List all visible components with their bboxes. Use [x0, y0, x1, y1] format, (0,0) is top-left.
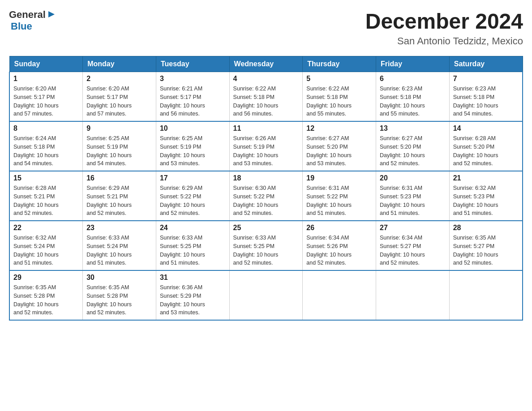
- week-row-1: 1 Sunrise: 6:20 AM Sunset: 5:17 PM Dayli…: [9, 72, 523, 122]
- day-number: 29: [13, 274, 79, 282]
- day-cell: 28 Sunrise: 6:35 AM Sunset: 5:27 PM Dayl…: [449, 221, 523, 270]
- header-friday: Friday: [376, 56, 450, 72]
- day-cell: 26 Sunrise: 6:34 AM Sunset: 5:26 PM Dayl…: [303, 221, 376, 270]
- day-number: 17: [160, 174, 226, 182]
- day-cell: 19 Sunrise: 6:31 AM Sunset: 5:22 PM Dayl…: [303, 171, 376, 221]
- day-cell: 3 Sunrise: 6:21 AM Sunset: 5:17 PM Dayli…: [156, 72, 229, 122]
- day-cell: 5 Sunrise: 6:22 AM Sunset: 5:18 PM Dayli…: [303, 72, 376, 122]
- calendar-header-row: SundayMondayTuesdayWednesdayThursdayFrid…: [9, 56, 523, 72]
- page-header: General Blue December 2024 San Antonio T…: [9, 9, 523, 47]
- day-cell: [376, 270, 450, 320]
- day-cell: 1 Sunrise: 6:20 AM Sunset: 5:17 PM Dayli…: [9, 72, 83, 122]
- day-info: Sunrise: 6:25 AM Sunset: 5:19 PM Dayligh…: [160, 134, 226, 168]
- day-cell: 21 Sunrise: 6:32 AM Sunset: 5:23 PM Dayl…: [449, 171, 523, 221]
- header-wednesday: Wednesday: [229, 56, 303, 72]
- day-info: Sunrise: 6:27 AM Sunset: 5:20 PM Dayligh…: [380, 134, 446, 168]
- day-cell: 31 Sunrise: 6:36 AM Sunset: 5:29 PM Dayl…: [156, 270, 229, 320]
- day-cell: 4 Sunrise: 6:22 AM Sunset: 5:18 PM Dayli…: [229, 72, 303, 122]
- header-sunday: Sunday: [9, 56, 83, 72]
- day-number: 27: [380, 224, 446, 232]
- week-row-5: 29 Sunrise: 6:35 AM Sunset: 5:28 PM Dayl…: [9, 270, 523, 320]
- logo-blue-text: Blue: [11, 21, 32, 32]
- day-number: 1: [13, 75, 79, 83]
- day-cell: 11 Sunrise: 6:26 AM Sunset: 5:19 PM Dayl…: [229, 121, 303, 171]
- week-row-4: 22 Sunrise: 6:32 AM Sunset: 5:24 PM Dayl…: [9, 221, 523, 270]
- calendar-title: December 2024: [365, 9, 523, 34]
- week-row-3: 15 Sunrise: 6:28 AM Sunset: 5:21 PM Dayl…: [9, 171, 523, 221]
- day-info: Sunrise: 6:20 AM Sunset: 5:17 PM Dayligh…: [86, 85, 152, 118]
- day-number: 7: [453, 75, 519, 83]
- day-info: Sunrise: 6:35 AM Sunset: 5:28 PM Dayligh…: [13, 283, 79, 317]
- day-number: 11: [233, 124, 299, 133]
- day-info: Sunrise: 6:28 AM Sunset: 5:21 PM Dayligh…: [13, 184, 79, 218]
- day-cell: 23 Sunrise: 6:33 AM Sunset: 5:24 PM Dayl…: [83, 221, 156, 270]
- day-number: 5: [306, 75, 372, 83]
- day-number: 13: [380, 124, 446, 133]
- day-cell: 20 Sunrise: 6:31 AM Sunset: 5:23 PM Dayl…: [376, 171, 450, 221]
- calendar-table: SundayMondayTuesdayWednesdayThursdayFrid…: [9, 56, 523, 321]
- day-info: Sunrise: 6:35 AM Sunset: 5:28 PM Dayligh…: [86, 283, 152, 317]
- day-info: Sunrise: 6:25 AM Sunset: 5:19 PM Dayligh…: [86, 134, 152, 168]
- day-info: Sunrise: 6:33 AM Sunset: 5:25 PM Dayligh…: [233, 234, 299, 267]
- day-cell: 7 Sunrise: 6:23 AM Sunset: 5:18 PM Dayli…: [449, 72, 523, 122]
- svg-marker-0: [48, 11, 55, 17]
- logo-arrow-icon: [47, 9, 56, 19]
- day-number: 6: [380, 75, 446, 83]
- day-cell: 8 Sunrise: 6:24 AM Sunset: 5:18 PM Dayli…: [9, 121, 83, 171]
- day-info: Sunrise: 6:21 AM Sunset: 5:17 PM Dayligh…: [160, 85, 226, 118]
- day-info: Sunrise: 6:35 AM Sunset: 5:27 PM Dayligh…: [453, 234, 519, 267]
- day-number: 23: [86, 224, 152, 232]
- day-number: 28: [453, 224, 519, 232]
- day-info: Sunrise: 6:29 AM Sunset: 5:21 PM Dayligh…: [86, 184, 152, 218]
- day-info: Sunrise: 6:24 AM Sunset: 5:18 PM Dayligh…: [13, 134, 79, 168]
- day-number: 24: [160, 224, 226, 232]
- header-tuesday: Tuesday: [156, 56, 229, 72]
- day-number: 10: [160, 124, 226, 133]
- day-info: Sunrise: 6:28 AM Sunset: 5:20 PM Dayligh…: [453, 134, 519, 168]
- day-cell: 30 Sunrise: 6:35 AM Sunset: 5:28 PM Dayl…: [83, 270, 156, 320]
- title-area: December 2024 San Antonio Tedzidz, Mexic…: [365, 9, 523, 47]
- day-info: Sunrise: 6:30 AM Sunset: 5:22 PM Dayligh…: [233, 184, 299, 218]
- day-info: Sunrise: 6:34 AM Sunset: 5:26 PM Dayligh…: [306, 234, 372, 267]
- day-cell: 6 Sunrise: 6:23 AM Sunset: 5:18 PM Dayli…: [376, 72, 450, 122]
- day-cell: 25 Sunrise: 6:33 AM Sunset: 5:25 PM Dayl…: [229, 221, 303, 270]
- day-cell: 2 Sunrise: 6:20 AM Sunset: 5:17 PM Dayli…: [83, 72, 156, 122]
- day-cell: [449, 270, 523, 320]
- day-number: 9: [86, 124, 152, 133]
- day-info: Sunrise: 6:32 AM Sunset: 5:24 PM Dayligh…: [13, 234, 79, 267]
- day-number: 16: [86, 174, 152, 182]
- day-cell: 15 Sunrise: 6:28 AM Sunset: 5:21 PM Dayl…: [9, 171, 83, 221]
- day-info: Sunrise: 6:29 AM Sunset: 5:22 PM Dayligh…: [160, 184, 226, 218]
- day-cell: 13 Sunrise: 6:27 AM Sunset: 5:20 PM Dayl…: [376, 121, 450, 171]
- day-info: Sunrise: 6:32 AM Sunset: 5:23 PM Dayligh…: [453, 184, 519, 218]
- day-info: Sunrise: 6:33 AM Sunset: 5:24 PM Dayligh…: [86, 234, 152, 267]
- day-cell: 16 Sunrise: 6:29 AM Sunset: 5:21 PM Dayl…: [83, 171, 156, 221]
- day-info: Sunrise: 6:23 AM Sunset: 5:18 PM Dayligh…: [453, 85, 519, 118]
- day-number: 19: [306, 174, 372, 182]
- day-number: 8: [13, 124, 79, 133]
- calendar-subtitle: San Antonio Tedzidz, Mexico: [365, 35, 523, 47]
- header-thursday: Thursday: [303, 56, 376, 72]
- day-number: 14: [453, 124, 519, 133]
- day-info: Sunrise: 6:22 AM Sunset: 5:18 PM Dayligh…: [306, 85, 372, 118]
- day-info: Sunrise: 6:36 AM Sunset: 5:29 PM Dayligh…: [160, 283, 226, 317]
- day-info: Sunrise: 6:22 AM Sunset: 5:18 PM Dayligh…: [233, 85, 299, 118]
- day-cell: 10 Sunrise: 6:25 AM Sunset: 5:19 PM Dayl…: [156, 121, 229, 171]
- day-cell: 17 Sunrise: 6:29 AM Sunset: 5:22 PM Dayl…: [156, 171, 229, 221]
- day-number: 12: [306, 124, 372, 133]
- day-number: 3: [160, 75, 226, 83]
- day-number: 25: [233, 224, 299, 232]
- logo: General Blue: [9, 9, 56, 32]
- day-info: Sunrise: 6:23 AM Sunset: 5:18 PM Dayligh…: [380, 85, 446, 118]
- day-cell: 29 Sunrise: 6:35 AM Sunset: 5:28 PM Dayl…: [9, 270, 83, 320]
- day-number: 18: [233, 174, 299, 182]
- day-number: 26: [306, 224, 372, 232]
- day-number: 31: [160, 274, 226, 282]
- week-row-2: 8 Sunrise: 6:24 AM Sunset: 5:18 PM Dayli…: [9, 121, 523, 171]
- day-info: Sunrise: 6:33 AM Sunset: 5:25 PM Dayligh…: [160, 234, 226, 267]
- day-cell: [229, 270, 303, 320]
- day-info: Sunrise: 6:27 AM Sunset: 5:20 PM Dayligh…: [306, 134, 372, 168]
- logo-general-text: General: [9, 9, 46, 21]
- day-info: Sunrise: 6:31 AM Sunset: 5:22 PM Dayligh…: [306, 184, 372, 218]
- day-info: Sunrise: 6:34 AM Sunset: 5:27 PM Dayligh…: [380, 234, 446, 267]
